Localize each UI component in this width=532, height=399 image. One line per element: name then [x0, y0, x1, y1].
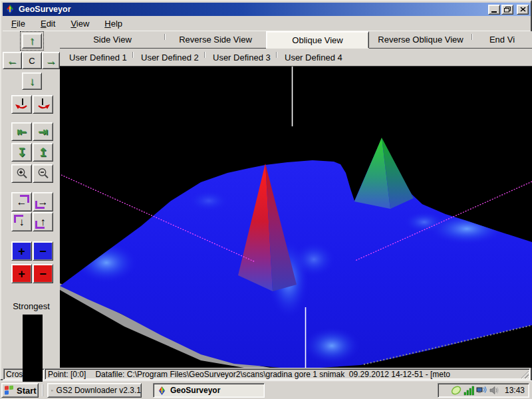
rotate-left-icon — [15, 97, 29, 112]
pan-right-button[interactable]: → — [33, 192, 53, 211]
tab-user-defined-2[interactable]: User Defined 2 — [141, 49, 199, 66]
status-panel-main: Point: [0:0] Datafile: C:\Program Files\… — [45, 368, 530, 380]
pan-down-icon: ↓ — [19, 217, 25, 227]
task-label: GeoSurveyor — [170, 386, 220, 395]
pan-up-icon: ↑ — [41, 217, 46, 227]
blue-minus-button[interactable]: − — [33, 241, 53, 261]
tab-user-defined-3[interactable]: User Defined 3 — [213, 49, 271, 66]
rotate-left-button[interactable] — [11, 95, 32, 114]
center-button-label: C — [29, 56, 35, 66]
task-geosurveyor[interactable]: GeoSurveyor — [153, 383, 265, 398]
tab-reverse-oblique-view[interactable]: Reverse Oblique View — [369, 31, 472, 48]
tab-end-view[interactable]: End Vi — [472, 31, 532, 48]
move-right-button[interactable]: → — [42, 52, 60, 69]
arrow-to-bar-down-icon: ↧ — [17, 147, 26, 158]
view-tab-bar: Side View Reverse Side View Oblique View… — [60, 31, 532, 49]
tab-user-defined-1[interactable]: User Defined 1 — [69, 49, 127, 66]
skip-to-first-button[interactable]: ⇤ — [11, 122, 32, 141]
minimize-icon — [491, 11, 497, 13]
pan-left-icon: ← — [17, 197, 27, 207]
tab-separator — [276, 52, 277, 58]
skip-to-top-button[interactable]: ↥ — [33, 143, 53, 162]
menu-file[interactable]: File — [5, 17, 32, 30]
windows-logo-icon — [5, 386, 14, 396]
window-title: GeoSurveyor — [19, 5, 487, 14]
rotate-right-button[interactable] — [33, 95, 53, 114]
taskbar-clock: 13:43 — [505, 386, 525, 395]
skip-to-bottom-button[interactable]: ↧ — [11, 143, 32, 162]
skip-to-last-button[interactable]: ⇥ — [33, 122, 53, 141]
pan-down-button[interactable]: ↓ — [11, 212, 32, 231]
red-minus-button[interactable]: − — [33, 264, 53, 283]
status-left-text: Cros — [6, 370, 23, 379]
task-gs2-downloader[interactable]: GS2 Downloader v2.3.1 — [47, 383, 142, 398]
pan-up-button[interactable]: ↑ — [33, 212, 53, 231]
surface-plot — [60, 66, 532, 368]
right-arrow-icon: → — [45, 55, 57, 66]
chip-icon — [51, 387, 53, 394]
taskbar: Start GS2 Downloader v2.3.1 GeoSurveyor — [0, 380, 532, 399]
close-button[interactable] — [517, 5, 529, 15]
move-up-button[interactable]: ↑ — [22, 33, 42, 49]
center-button[interactable]: C — [22, 52, 42, 69]
restore-button[interactable] — [501, 5, 513, 15]
tab-side-view[interactable]: Side View — [60, 31, 165, 48]
signal-scale-bar — [23, 315, 43, 382]
plus-icon: + — [18, 245, 25, 257]
status-datafile: Datafile: C:\Program Files\GeoSurveyor2\… — [95, 370, 450, 379]
up-arrow-icon: ↑ — [29, 35, 35, 47]
system-tray: 13:43 — [438, 383, 529, 398]
minimize-button[interactable] — [488, 5, 500, 15]
tab-user-defined-4[interactable]: User Defined 4 — [285, 49, 342, 66]
zoom-in-icon — [15, 167, 29, 180]
strongest-label: Strongest — [3, 301, 60, 311]
geosurveyor-icon — [157, 386, 167, 396]
leaf-icon[interactable] — [451, 385, 462, 396]
menu-view[interactable]: View — [64, 17, 96, 30]
arrow-to-bar-right-icon: ⇥ — [38, 126, 47, 138]
close-icon — [520, 7, 526, 12]
minus-icon: − — [39, 268, 47, 280]
arrow-from-bar-up-icon: ↥ — [38, 147, 47, 158]
task-label: GS2 Downloader v2.3.1 — [57, 386, 141, 395]
taskbar-grip[interactable] — [42, 384, 45, 396]
tab-reverse-side-view[interactable]: Reverse Side View — [165, 31, 266, 48]
blue-plus-button[interactable]: + — [11, 241, 32, 261]
zoom-in-button[interactable] — [11, 164, 32, 183]
rotate-right-icon — [36, 97, 51, 112]
restore-icon — [504, 7, 511, 13]
tab-separator — [132, 52, 134, 58]
geosurveyor-window: GeoSurveyor File Edit View Help ↑ ← C → … — [0, 0, 532, 380]
resize-grip-icon[interactable] — [520, 370, 529, 378]
arrow-to-bar-left-icon: ⇤ — [17, 126, 26, 138]
volume-icon[interactable] — [489, 385, 499, 396]
plus-icon: + — [18, 268, 25, 280]
zoom-out-button[interactable] — [33, 164, 53, 183]
pan-left-button[interactable]: ← — [11, 192, 32, 211]
status-bar: Cros Point: [0:0] Datafile: C:\Program F… — [3, 368, 531, 380]
start-button[interactable]: Start — [1, 383, 39, 398]
signal-bars-icon[interactable] — [464, 385, 474, 396]
down-arrow-icon: ↓ — [29, 76, 35, 87]
network-icon[interactable] — [476, 385, 487, 396]
move-left-button[interactable]: ← — [3, 52, 22, 69]
menu-help[interactable]: Help — [98, 17, 129, 30]
pan-right-icon: → — [38, 197, 49, 207]
left-arrow-icon: ← — [7, 55, 18, 66]
tab-separator — [204, 52, 205, 58]
move-down-button[interactable]: ↓ — [22, 72, 42, 90]
zoom-out-icon — [37, 167, 50, 180]
user-tab-bar: User Defined 1 User Defined 2 User Defin… — [60, 49, 532, 66]
title-bar: GeoSurveyor — [3, 3, 531, 16]
menu-bar: File Edit View Help — [3, 16, 531, 31]
menu-edit[interactable]: Edit — [34, 17, 62, 30]
tab-oblique-view[interactable]: Oblique View — [266, 31, 369, 49]
red-plus-button[interactable]: + — [11, 264, 32, 283]
start-label: Start — [17, 386, 37, 396]
surface-plot-viewport[interactable] — [60, 66, 532, 368]
status-point: Point: [0:0] — [48, 370, 86, 379]
minus-icon: − — [39, 245, 47, 257]
app-icon — [5, 4, 15, 15]
